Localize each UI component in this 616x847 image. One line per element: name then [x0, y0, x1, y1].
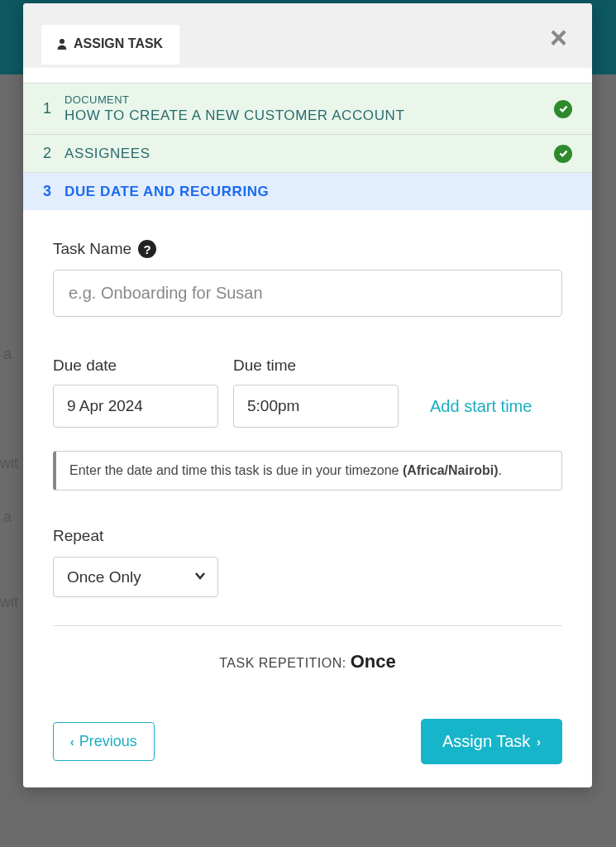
- step-1-document[interactable]: 1 DOCUMENT HOW TO CREATE A NEW CUSTOMER …: [23, 83, 592, 134]
- due-date-input[interactable]: [53, 385, 218, 428]
- hint-timezone: (Africa/Nairobi): [403, 463, 499, 477]
- previous-button[interactable]: ‹ Previous: [53, 722, 155, 761]
- tab-assign-task[interactable]: ASSIGN TASK: [41, 25, 179, 65]
- step-title: HOW TO CREATE A NEW CUSTOMER ACCOUNT: [64, 108, 404, 124]
- assign-task-modal: ASSIGN TASK × 1 DOCUMENT HOW TO CREATE A…: [23, 3, 592, 787]
- repeat-select[interactable]: Once Only: [53, 557, 218, 597]
- task-repetition-text: TASK REPETITION: Once: [53, 651, 562, 672]
- add-start-time-link[interactable]: Add start time: [430, 397, 532, 428]
- step-subtitle: DOCUMENT: [64, 93, 404, 106]
- step-title: ASSIGNEES: [64, 146, 150, 162]
- assign-task-button[interactable]: Assign Task ›: [421, 719, 562, 764]
- step-3-due-date[interactable]: 3 DUE DATE AND RECURRING: [23, 172, 592, 210]
- check-complete-icon: [554, 145, 572, 163]
- step-number: 1: [43, 100, 64, 117]
- assign-label: Assign Task: [442, 732, 530, 751]
- divider: [53, 625, 562, 626]
- check-complete-icon: [554, 100, 572, 118]
- step-title: DUE DATE AND RECURRING: [64, 184, 269, 200]
- task-name-input[interactable]: [53, 270, 562, 317]
- step-number: 2: [43, 145, 64, 162]
- close-icon[interactable]: ×: [550, 23, 567, 53]
- modal-header: ASSIGN TASK ×: [23, 3, 592, 68]
- form-body: Task Name ? Due date Due time Add start …: [23, 210, 592, 787]
- task-name-label-row: Task Name ?: [53, 240, 562, 258]
- previous-label: Previous: [79, 733, 137, 750]
- timezone-hint: Enter the date and time this task is due…: [53, 451, 562, 490]
- hint-text-suffix: .: [498, 463, 501, 477]
- repetition-value: Once: [351, 651, 396, 672]
- help-icon[interactable]: ?: [138, 240, 156, 258]
- tab-label: ASSIGN TASK: [74, 36, 163, 51]
- repetition-label: TASK REPETITION:: [219, 656, 350, 670]
- step-2-assignees[interactable]: 2 ASSIGNEES: [23, 134, 592, 172]
- task-name-label: Task Name: [53, 240, 131, 258]
- due-time-input[interactable]: [233, 385, 399, 428]
- repeat-label: Repeat: [53, 527, 562, 545]
- step-number: 3: [43, 183, 64, 200]
- due-time-label: Due time: [233, 357, 399, 375]
- hint-text-prefix: Enter the date and time this task is due…: [69, 463, 403, 477]
- person-icon: [56, 38, 68, 50]
- due-date-label: Due date: [53, 357, 218, 375]
- chevron-left-icon: ‹: [70, 735, 74, 749]
- chevron-right-icon: ›: [537, 735, 541, 749]
